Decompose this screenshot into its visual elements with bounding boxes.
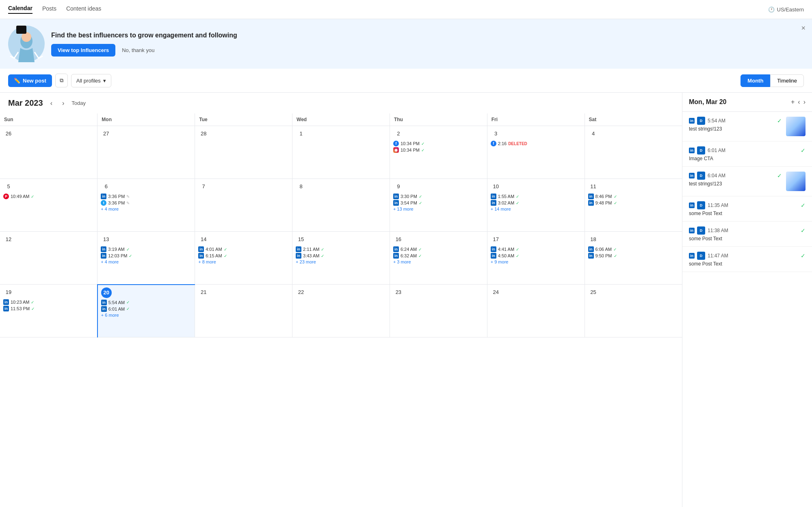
day-15[interactable]: 15 in 2:11 AM ✓ in 3:43 AM ✓ + 23 more	[292, 232, 390, 285]
col-mon: Mon	[97, 113, 195, 126]
post-card[interactable]: in D 6:01 AM ✓ Image CTA	[682, 141, 812, 167]
prev-month-button[interactable]: ‹	[48, 99, 55, 108]
post-card[interactable]: in D 6:04 AM ✓ test strings!123	[682, 167, 812, 196]
day-24[interactable]: 24	[487, 285, 585, 337]
event[interactable]: in 3:54 PM ✓	[393, 200, 484, 206]
month-view-button[interactable]: Month	[741, 74, 770, 87]
facebook-icon: f	[393, 141, 399, 146]
duplicate-button[interactable]: ⧉	[55, 74, 68, 87]
day-25[interactable]: 25	[585, 285, 682, 337]
event[interactable]: in 6:01 AM ✓	[101, 306, 191, 312]
more-events-link[interactable]: + 23 more	[296, 259, 386, 264]
profiles-dropdown[interactable]: All profiles ▾	[71, 74, 111, 87]
linkedin-icon: in	[393, 194, 399, 199]
post-header: in D 11:35 AM ✓	[689, 201, 806, 209]
day-7[interactable]: 7	[195, 179, 292, 232]
day-10[interactable]: 10 in 1:55 AM ✓ in 3:02 AM ✓ + 14 more	[487, 179, 585, 232]
event[interactable]: in 3:30 PM ✓	[393, 194, 484, 199]
nav-content-ideas[interactable]: Content ideas	[66, 5, 101, 13]
add-post-panel-button[interactable]: +	[791, 98, 795, 106]
day-16[interactable]: 16 in 6:24 AM ✓ in 6:32 AM ✓ + 3 more	[390, 232, 487, 285]
event[interactable]: in 8:46 PM ✓	[588, 194, 679, 199]
day-28[interactable]: 28	[195, 126, 292, 179]
event[interactable]: P 10:49 AM ✓	[3, 194, 94, 199]
nav-posts[interactable]: Posts	[42, 5, 56, 13]
linkedin-icon: in	[689, 228, 695, 233]
event[interactable]: in 9:50 PM ✓	[588, 253, 679, 259]
more-events-link[interactable]: + 4 more	[101, 259, 191, 264]
more-events-link[interactable]: + 13 more	[393, 207, 484, 211]
event[interactable]: in 3:43 AM ✓	[296, 253, 386, 259]
more-events-link[interactable]: + 9 more	[491, 259, 581, 264]
day-20[interactable]: 20 in 5:54 AM ✓ in 6:01 AM ✓ + 6 more	[97, 285, 195, 337]
event[interactable]: in 11:53 PM ✓	[3, 306, 94, 311]
day-12[interactable]: 12	[0, 232, 97, 285]
event[interactable]: t 3:36 PM ✎	[101, 200, 191, 206]
day-4[interactable]: 4	[585, 126, 682, 179]
nav-calendar[interactable]: Calendar	[8, 5, 32, 14]
more-events-link[interactable]: + 4 more	[101, 207, 191, 211]
event[interactable]: in 9:48 PM ✓	[588, 200, 679, 206]
day-27[interactable]: 27	[97, 126, 195, 179]
linkedin-icon: in	[588, 253, 594, 259]
linkedin-icon: in	[101, 300, 107, 305]
post-card[interactable]: in D 11:35 AM ✓ some Post Text	[682, 196, 812, 222]
event[interactable]: in 5:54 AM ✓	[101, 300, 191, 305]
post-card[interactable]: in D 11:47 AM ✓ some Post Text	[682, 247, 812, 272]
post-time: 6:04 AM	[708, 173, 725, 178]
event[interactable]: in 6:24 AM ✓	[393, 246, 484, 252]
close-banner-button[interactable]: ×	[801, 24, 806, 33]
more-events-link[interactable]: + 8 more	[198, 259, 289, 264]
more-events-link[interactable]: + 3 more	[393, 259, 484, 264]
event[interactable]: in 1:55 AM ✓	[491, 194, 581, 199]
day-2[interactable]: 2 f 10:34 PM ✓ ◉ 10:34 PM ✓	[390, 126, 487, 179]
next-month-button[interactable]: ›	[60, 99, 67, 108]
event[interactable]: in 2:11 AM ✓	[296, 246, 386, 252]
day-11[interactable]: 11 in 8:46 PM ✓ in 9:48 PM ✓	[585, 179, 682, 232]
day-8[interactable]: 8	[292, 179, 390, 232]
event[interactable]: f 2:16 DELETED	[491, 141, 581, 146]
day-13[interactable]: 13 in 3:19 AM ✓ in 12:03 PM ✓ + 4 more	[97, 232, 195, 285]
event[interactable]: in 4:50 AM ✓	[491, 253, 581, 259]
new-post-button[interactable]: ✏️ New post	[8, 74, 52, 87]
today-button[interactable]: Today	[71, 100, 86, 106]
day-26[interactable]: 26	[0, 126, 97, 179]
dismiss-banner-button[interactable]: No, thank you	[122, 47, 154, 53]
post-content: in D 5:54 AM ✓ test strings!123	[689, 117, 782, 132]
timeline-view-button[interactable]: Timeline	[770, 74, 804, 87]
prev-day-button[interactable]: ‹	[798, 98, 800, 106]
calendar-title: Mar 2023	[8, 98, 43, 108]
chevron-down-icon: ▾	[103, 78, 106, 84]
event[interactable]: in 10:23 AM ✓	[3, 299, 94, 305]
day-23[interactable]: 23	[390, 285, 487, 337]
day-21[interactable]: 21	[195, 285, 292, 337]
event[interactable]: in 6:06 AM ✓	[588, 246, 679, 252]
event[interactable]: in 4:01 AM ✓	[198, 246, 289, 252]
post-check-icon: ✓	[801, 202, 806, 209]
day-1[interactable]: 1	[292, 126, 390, 179]
event[interactable]: in 6:15 AM ✓	[198, 253, 289, 259]
post-card[interactable]: in D 11:38 AM ✓ some Post Text	[682, 222, 812, 247]
more-events-link[interactable]: + 14 more	[491, 207, 581, 211]
day-19[interactable]: 19 in 10:23 AM ✓ in 11:53 PM ✓	[0, 285, 97, 337]
event[interactable]: in 3:36 PM ✎	[101, 194, 191, 199]
next-day-button[interactable]: ›	[803, 98, 806, 106]
event[interactable]: in 4:41 AM ✓	[491, 246, 581, 252]
event[interactable]: in 6:32 AM ✓	[393, 253, 484, 259]
day-14[interactable]: 14 in 4:01 AM ✓ in 6:15 AM ✓ + 8 more	[195, 232, 292, 285]
view-influencers-button[interactable]: View top Influencers	[51, 44, 115, 57]
day-22[interactable]: 22	[292, 285, 390, 337]
event[interactable]: in 3:19 AM ✓	[101, 246, 191, 252]
day-9[interactable]: 9 in 3:30 PM ✓ in 3:54 PM ✓ + 13 more	[390, 179, 487, 232]
day-5[interactable]: 5 P 10:49 AM ✓	[0, 179, 97, 232]
event[interactable]: in 12:03 PM ✓	[101, 253, 191, 259]
day-17[interactable]: 17 in 4:41 AM ✓ in 4:50 AM ✓ + 9 more	[487, 232, 585, 285]
more-events-link[interactable]: + 6 more	[101, 313, 191, 318]
post-card[interactable]: in D 5:54 AM ✓ test strings!123	[682, 112, 812, 141]
event[interactable]: ◉ 10:34 PM ✓	[393, 147, 484, 153]
day-6[interactable]: 6 in 3:36 PM ✎ t 3:36 PM ✎ + 4 more	[97, 179, 195, 232]
day-18[interactable]: 18 in 6:06 AM ✓ in 9:50 PM ✓	[585, 232, 682, 285]
event[interactable]: f 10:34 PM ✓	[393, 141, 484, 146]
event[interactable]: in 3:02 AM ✓	[491, 200, 581, 206]
day-3[interactable]: 3 f 2:16 DELETED	[487, 126, 585, 179]
